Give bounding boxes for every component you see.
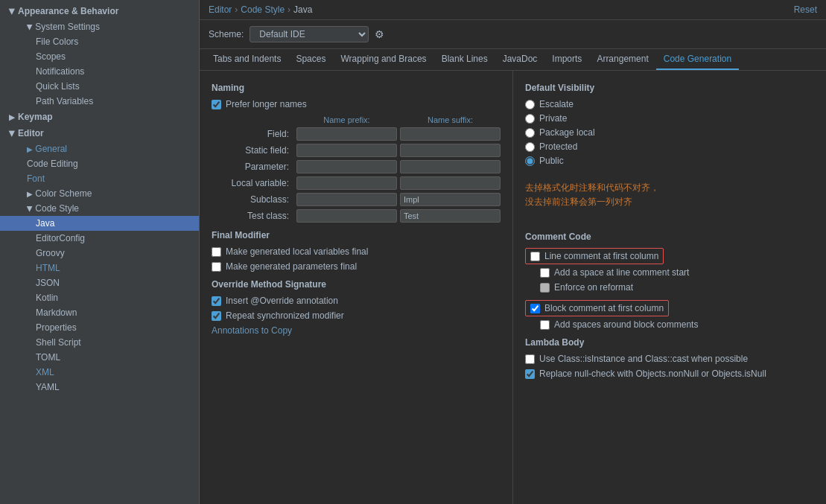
naming-testclass-prefix[interactable]: [296, 209, 397, 223]
radio-private: Private: [525, 113, 814, 124]
annotations-to-copy-link[interactable]: Annotations to Copy: [212, 325, 501, 336]
prefer-longer-label[interactable]: Prefer longer names: [226, 99, 307, 109]
naming-static-suffix[interactable]: [400, 144, 501, 157]
tab-blank-lines[interactable]: Blank Lines: [434, 49, 495, 70]
insert-override-label[interactable]: Insert @Override annotation: [226, 296, 338, 306]
final-param-label[interactable]: Make generated parameters final: [226, 261, 357, 272]
tab-imports[interactable]: Imports: [544, 49, 589, 70]
add-spaces-block-checkbox[interactable]: [540, 320, 550, 330]
main-panel: Editor › Code Style › Java Reset Scheme:…: [200, 0, 826, 504]
sidebar-item-kotlin[interactable]: Kotlin: [0, 290, 199, 305]
sidebar-section-appearance[interactable]: ▶ Appearance & Behavior: [0, 3, 199, 19]
sidebar-item-code-style[interactable]: ▶ Code Style: [0, 201, 199, 216]
final-modifier-title: Final Modifier: [212, 230, 501, 240]
naming-local-prefix[interactable]: [296, 176, 397, 190]
reset-link[interactable]: Reset: [794, 4, 817, 15]
sidebar-item-system-settings[interactable]: ▶ System Settings: [0, 19, 199, 34]
sidebar-item-color-scheme[interactable]: ▶ Color Scheme: [0, 186, 199, 201]
sidebar-item-scopes[interactable]: Scopes: [0, 49, 199, 64]
sidebar-item-markdown[interactable]: Markdown: [0, 305, 199, 320]
sidebar-item-xml[interactable]: XML: [0, 365, 199, 380]
content-area: Naming Prefer longer names Name prefix: …: [200, 71, 826, 504]
block-comment-checkbox[interactable]: [530, 304, 540, 313]
radio-private-label[interactable]: Private: [539, 113, 567, 124]
radio-escalate-input[interactable]: [525, 100, 535, 109]
sidebar-item-font[interactable]: Font: [0, 171, 199, 186]
naming-static-prefix[interactable]: [296, 144, 397, 157]
tab-javadoc[interactable]: JavaDoc: [495, 49, 545, 70]
repeat-sync-checkbox[interactable]: [212, 311, 221, 321]
radio-escalate-label[interactable]: Escalate: [539, 99, 574, 109]
sidebar-item-general[interactable]: ▶ General: [0, 141, 199, 156]
replace-null-check-label[interactable]: Replace null-check with Objects.nonNull …: [539, 369, 766, 379]
radio-package-label[interactable]: Package local: [539, 127, 595, 138]
add-spaces-block-label[interactable]: Add spaces around block comments: [554, 319, 698, 330]
gear-icon[interactable]: ⚙: [375, 28, 384, 40]
radio-package-input[interactable]: [525, 128, 535, 138]
prefer-longer-checkbox[interactable]: [212, 100, 221, 109]
sidebar-item-groovy[interactable]: Groovy: [0, 246, 199, 261]
default-visibility-title: Default Visibility: [525, 83, 814, 93]
add-space-checkbox[interactable]: [540, 268, 550, 278]
sidebar-item-editorconfig[interactable]: EditorConfig: [0, 231, 199, 246]
breadcrumb-java: Java: [293, 4, 312, 15]
sidebar-item-notifications[interactable]: Notifications: [0, 64, 199, 79]
line-comment-checkbox[interactable]: [530, 252, 540, 261]
naming-row-param: Parameter:: [212, 160, 501, 173]
final-local-checkbox[interactable]: [212, 247, 221, 257]
sidebar-section-keymap[interactable]: ▶ Keymap: [0, 109, 199, 125]
sidebar-item-yaml[interactable]: YAML: [0, 380, 199, 395]
tab-wrapping[interactable]: Wrapping and Braces: [333, 49, 433, 70]
sidebar-item-file-colors[interactable]: File Colors: [0, 34, 199, 49]
naming-local-suffix[interactable]: [400, 176, 501, 190]
sidebar-item-code-editing[interactable]: Code Editing: [0, 156, 199, 171]
sidebar-item-json[interactable]: JSON: [0, 275, 199, 290]
sidebar-item-toml[interactable]: TOML: [0, 350, 199, 365]
sidebar-item-html[interactable]: HTML: [0, 261, 199, 275]
radio-protected-input[interactable]: [525, 142, 535, 152]
breadcrumb-editor[interactable]: Editor: [209, 4, 232, 15]
add-space-row: Add a space at line comment start: [525, 267, 814, 278]
scheme-select[interactable]: Default IDE Project: [250, 26, 369, 42]
sidebar-item-shell-script[interactable]: Shell Script: [0, 335, 199, 350]
naming-field-prefix[interactable]: [296, 127, 397, 141]
radio-private-input[interactable]: [525, 114, 535, 124]
final-param-row: Make generated parameters final: [212, 261, 501, 272]
naming-field-suffix[interactable]: [400, 127, 501, 141]
radio-public-input[interactable]: [525, 156, 535, 166]
sidebar-item-path-variables[interactable]: Path Variables: [0, 94, 199, 109]
tab-tabs-and-indents[interactable]: Tabs and Indents: [206, 49, 288, 70]
radio-protected: Protected: [525, 141, 814, 152]
breadcrumb-code-style[interactable]: Code Style: [241, 4, 285, 15]
scheme-row: Scheme: Default IDE Project ⚙: [200, 20, 826, 49]
tab-spaces[interactable]: Spaces: [288, 49, 333, 70]
add-space-label[interactable]: Add a space at line comment start: [554, 267, 689, 278]
tab-arrangement[interactable]: Arrangement: [589, 49, 655, 70]
naming-subclass-suffix[interactable]: [400, 193, 501, 206]
sidebar-item-java[interactable]: Java: [0, 216, 199, 231]
sidebar-item-properties[interactable]: Properties: [0, 320, 199, 335]
final-param-checkbox[interactable]: [212, 262, 221, 272]
sidebar-item-quick-lists[interactable]: Quick Lists: [0, 79, 199, 94]
cn-line1: 去掉格式化时注释和代码不对齐，: [525, 181, 814, 195]
tab-code-generation[interactable]: Code Generation: [656, 49, 739, 70]
block-comment-label[interactable]: Block comment at first column: [544, 303, 664, 313]
naming-label-field: Field:: [212, 129, 293, 139]
naming-subclass-prefix[interactable]: [296, 193, 397, 206]
line-comment-label[interactable]: Line comment at first column: [544, 251, 658, 261]
naming-row-local: Local variable:: [212, 176, 501, 190]
insert-override-checkbox[interactable]: [212, 296, 221, 306]
repeat-sync-label[interactable]: Repeat synchronized modifier: [226, 310, 344, 321]
naming-testclass-suffix[interactable]: [400, 209, 501, 223]
radio-public-label[interactable]: Public: [539, 156, 564, 166]
sidebar-section-editor[interactable]: ▶ Editor: [0, 125, 199, 141]
naming-label-subclass: Subclass:: [212, 194, 293, 205]
replace-null-check-checkbox[interactable]: [525, 369, 535, 379]
final-local-label[interactable]: Make generated local variables final: [226, 246, 368, 257]
enforce-checkbox[interactable]: [540, 283, 550, 293]
use-class-isinstance-label[interactable]: Use Class::isInstance and Class::cast wh…: [539, 354, 748, 364]
naming-param-prefix[interactable]: [296, 160, 397, 173]
radio-protected-label[interactable]: Protected: [539, 141, 577, 152]
naming-param-suffix[interactable]: [400, 160, 501, 173]
use-class-isinstance-checkbox[interactable]: [525, 354, 535, 364]
